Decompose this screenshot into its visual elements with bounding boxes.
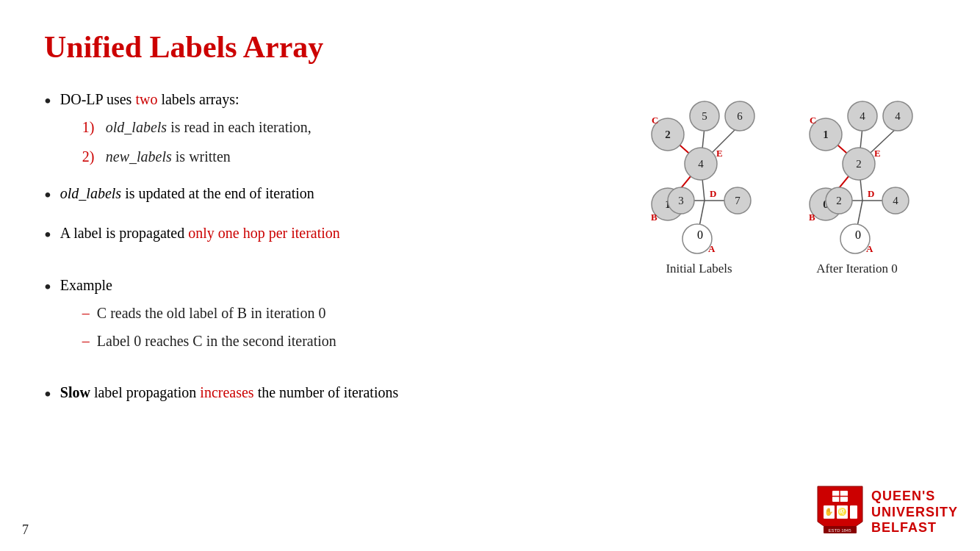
node2-2: 2 (826, 187, 852, 214)
bullet-slow: • Slow label propagation increases the n… (44, 380, 605, 412)
node-6: 6 (725, 101, 754, 131)
node-5-label: 5 (702, 110, 707, 122)
bullet-dot-slow: • (44, 377, 51, 412)
example-label: Example (60, 277, 112, 293)
bullet-2-text: old_labels is updated at the end of iter… (60, 181, 605, 206)
page-number: 7 (22, 522, 29, 538)
qub-line2: UNIVERSITY (871, 505, 958, 521)
node2-E-label: 2 (856, 158, 862, 170)
svg-rect-23 (850, 505, 857, 519)
ex-text-2: Label 0 reaches C in the second iteratio… (97, 328, 336, 353)
bullet-example: • Example – C reads the old label of B i… (44, 273, 605, 356)
slide-title: Unified Labels Array (44, 29, 936, 65)
sub-num-1: 1) (82, 115, 98, 140)
node-A-label: 0 (697, 228, 703, 241)
new-labels-1: new_labels (106, 148, 172, 165)
qub-logo: ✋ ♌ ESTD 1845 QUEEN'S UNIVERSITY BELFAST (816, 485, 958, 540)
bullet-3-text: A label is propagated only one hop per i… (60, 220, 605, 245)
bullet-dot-ex: • (44, 270, 51, 305)
left-column: • DO-LP uses two labels arrays: 1) old_l… (44, 87, 605, 419)
sub-num-2: 2) (82, 144, 98, 169)
old-labels-2: old_labels (60, 185, 121, 201)
node2-4b: 4 (883, 101, 912, 131)
qub-shield-svg: ✋ ♌ ESTD 1845 (816, 485, 864, 540)
svg-text:ESTD 1845: ESTD 1845 (828, 528, 851, 533)
node-7-label: 7 (735, 195, 741, 206)
letter-C: C (652, 115, 658, 126)
node2-4b-label: 4 (895, 110, 901, 122)
sub-text-1: old_labels is read in each iteration, (106, 115, 311, 140)
old-labels-1: old_labels (106, 119, 167, 135)
slow-after: the number of iterations (254, 384, 399, 400)
right-column: 2 C 1 B 5 (620, 87, 936, 419)
letter-D: D (710, 188, 716, 199)
bullet-3-before: A label is propagated (60, 225, 188, 241)
letter2-B: B (809, 212, 815, 223)
letter2-C: C (810, 115, 816, 126)
slow-highlight: increases (200, 384, 253, 400)
letter-A: A (708, 243, 716, 254)
qub-text: QUEEN'S UNIVERSITY BELFAST (871, 489, 958, 536)
node2-E: 2 (843, 148, 875, 180)
bullet-1-before: DO-LP uses (60, 91, 136, 107)
dash-1: – (82, 300, 90, 325)
sub-item-1: 1) old_labels is read in each iteration, (82, 115, 605, 140)
svg-text:✋: ✋ (824, 507, 834, 516)
qub-line3: BELFAST (871, 520, 958, 536)
sub-text-2: new_labels is written (106, 144, 231, 169)
sub-list-1: 1) old_labels is read in each iteration,… (82, 115, 605, 169)
qub-line1: QUEEN'S (871, 489, 958, 505)
letter2-E: E (874, 148, 881, 159)
node-3-label: 3 (678, 195, 684, 206)
graph2-container: 1 C 0 B 4 (789, 87, 925, 276)
letter-E: E (716, 148, 723, 159)
node2-4a-label: 4 (860, 110, 865, 122)
node2-4a: 4 (848, 101, 877, 131)
node2-A: 0 (840, 224, 870, 253)
bullet-3: • A label is propagated only one hop per… (44, 220, 605, 253)
slide: Unified Labels Array • DO-LP uses two la… (0, 0, 980, 551)
graph2-svg: 1 C 0 B 4 (789, 87, 925, 256)
ex-dash-1: – C reads the old label of B in iteratio… (82, 300, 605, 325)
sub-item-2: 2) new_labels is written (82, 144, 605, 169)
ex-dash-2: – Label 0 reaches C in the second iterat… (82, 328, 605, 353)
graph1-svg: 2 C 1 B 5 (631, 87, 767, 256)
node-3: 3 (668, 187, 694, 214)
bullet-1-after: labels arrays: (157, 91, 239, 107)
node2-2-label: 2 (836, 195, 842, 206)
letter2-A: A (866, 243, 873, 254)
bullet-2: • old_labels is updated at the end of it… (44, 181, 605, 213)
node-E-label: 4 (698, 158, 704, 170)
ex-text-1: C reads the old label of B in iteration … (97, 300, 326, 325)
bullet-2-rest: is updated at the end of iteration (121, 185, 314, 201)
bullet-dot-3: • (44, 217, 51, 253)
graph2-label: After Iteration 0 (816, 262, 897, 276)
node2-4c: 4 (882, 187, 909, 214)
node-7: 7 (724, 187, 751, 214)
bullet-1: • DO-LP uses two labels arrays: 1) old_l… (44, 87, 605, 173)
graph1-label: Initial Labels (666, 262, 732, 276)
bullet-dot-1: • (44, 84, 51, 119)
node-C-label: 2 (665, 129, 671, 140)
example-sub-list: – C reads the old label of B in iteratio… (82, 300, 605, 353)
bullet-1-text: DO-LP uses two labels arrays: 1) old_lab… (60, 87, 605, 173)
dash-2: – (82, 328, 90, 353)
slow-bold: Slow (60, 384, 90, 400)
bullet-1-highlight: two (135, 91, 157, 107)
svg-text:♌: ♌ (837, 507, 847, 516)
letter2-D: D (868, 188, 874, 199)
slow-before: label propagation (90, 384, 200, 400)
node-6-label: 6 (737, 110, 743, 122)
node2-C-label: 1 (823, 129, 829, 140)
letter-B: B (651, 212, 657, 223)
graphs-row: 2 C 1 B 5 (631, 87, 925, 276)
node2-A-label: 0 (855, 228, 861, 241)
bullet-example-text: Example – C reads the old label of B in … (60, 273, 605, 356)
node-A: 0 (682, 224, 712, 253)
node2-4c-label: 4 (893, 195, 898, 206)
bullet-slow-text: Slow label propagation increases the num… (60, 380, 605, 405)
graph1-container: 2 C 1 B 5 (631, 87, 767, 276)
bullet-dot-2: • (44, 178, 51, 213)
content-area: • DO-LP uses two labels arrays: 1) old_l… (44, 87, 936, 419)
node-5: 5 (690, 101, 719, 131)
